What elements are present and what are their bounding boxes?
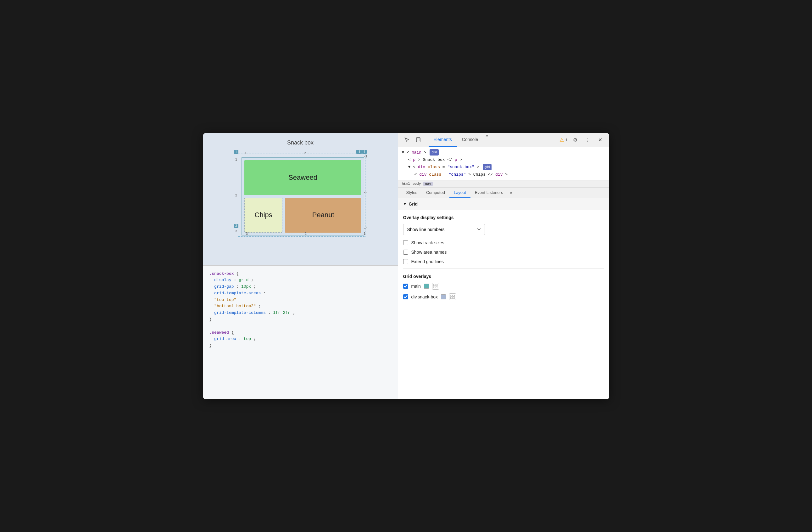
code-line-4: grid-template-areas : — [209, 290, 392, 297]
grid-section-title: Grid — [408, 201, 418, 207]
code-line-6: "bottom1 bottom2" ; — [209, 303, 392, 310]
checkbox-track-sizes-input[interactable] — [403, 240, 408, 245]
toolbar-divider — [426, 136, 426, 143]
more-options-btn[interactable]: ⋮ — [583, 135, 593, 145]
dom-line-snackbox[interactable]: ▼ < div class = "snack-box" > grid — [402, 163, 605, 171]
dom-line-chips[interactable]: < div class = "chips" > Chips </ div > — [402, 171, 605, 178]
code-line-2: display : grid ; — [209, 277, 392, 284]
dom-line-p[interactable]: < p > Snack box </ p > — [402, 156, 605, 163]
section-header-grid[interactable]: ▼ Grid — [398, 198, 609, 210]
svg-rect-3 — [436, 284, 437, 286]
overlay-color-snackbox[interactable] — [441, 294, 446, 299]
checkbox-show-area-names: Show area names — [403, 250, 604, 255]
checkbox-track-sizes-label: Show track sizes — [411, 240, 444, 245]
warning-badge: ⚠ 1 — [560, 137, 567, 143]
device-icon-btn[interactable] — [413, 135, 423, 145]
left-panel: Snack box 1 -1 1 3 1 2 3 — [203, 133, 398, 399]
grid-numbers-left: 1 2 3 — [235, 157, 237, 233]
checkbox-extend-grid-lines: Extend grid lines — [403, 259, 604, 264]
bc-html[interactable]: html — [402, 182, 410, 186]
code-line-7: grid-template-columns : 1fr 2fr ; — [209, 310, 392, 317]
code-line-8: } — [209, 317, 392, 323]
svg-rect-8 — [451, 297, 452, 299]
preview-area: Snack box 1 -1 1 3 1 2 3 — [203, 133, 398, 265]
cell-peanut: Peanut — [285, 198, 361, 233]
code-line-3: grid-gap : 10px ; — [209, 284, 392, 290]
dom-line-main[interactable]: ▼ < main > grid — [402, 149, 605, 156]
svg-rect-2 — [434, 284, 435, 286]
right-panel: Elements Console » ⚠ 1 ⚙ ⋮ ✕ ▼ — [398, 133, 609, 399]
tab-styles[interactable]: Styles — [402, 187, 422, 198]
layout-panel: ▼ Grid Overlay display settings Show lin… — [398, 198, 609, 399]
code-line-5: "top top" — [209, 297, 392, 304]
section-divider — [403, 268, 604, 269]
line-numbers-dropdown[interactable]: Show line numbers Show track sizes Show … — [403, 224, 485, 235]
panel-tab-more[interactable]: » — [508, 187, 515, 198]
code-line-10: grid-area : top ; — [209, 336, 392, 342]
overlay-color-main[interactable] — [424, 284, 429, 289]
dom-panel: ▼ < main > grid < p > Snack box </ p > ▼… — [398, 147, 609, 181]
bc-nav[interactable]: nav — [423, 182, 433, 186]
overlay-checkbox-snackbox[interactable] — [403, 294, 408, 299]
overlay-row-snackbox: div.snack-box — [403, 293, 604, 300]
grid-visual-container: 1 -1 1 3 1 2 3 1 2 3 — [233, 149, 368, 237]
toolbar-tabs: Elements Console » — [429, 133, 559, 147]
checkbox-area-names-label: Show area names — [411, 250, 447, 255]
svg-rect-4 — [434, 286, 435, 288]
tab-elements[interactable]: Elements — [429, 133, 457, 147]
svg-rect-7 — [453, 295, 454, 296]
close-btn[interactable]: ✕ — [595, 135, 605, 145]
corner-badge-bl: 3 — [234, 224, 238, 228]
overlay-settings-title: Overlay display settings — [403, 215, 604, 220]
overlay-checkbox-main[interactable] — [403, 284, 408, 289]
svg-rect-5 — [436, 286, 437, 288]
snack-box-label: Snack box — [209, 139, 392, 146]
section-content: Overlay display settings Show line numbe… — [398, 210, 609, 309]
overlay-row-main: main — [403, 283, 604, 290]
toolbar-right: ⚠ 1 ⚙ ⋮ ✕ — [560, 135, 605, 145]
checkbox-show-track-sizes: Show track sizes — [403, 240, 604, 245]
grid-wrapper: Seaweed Chips Peanut — [242, 157, 364, 236]
svg-rect-1 — [417, 138, 420, 141]
tab-layout[interactable]: Layout — [449, 187, 470, 198]
badge-grid-main: grid — [430, 149, 439, 155]
warning-count: 1 — [565, 138, 567, 142]
grid-overlays-title: Grid overlays — [403, 274, 604, 279]
grid-numbers-right: -1 -2 -3 — [364, 154, 367, 230]
overlay-label-main: main — [411, 284, 421, 289]
cell-chips: Chips — [244, 198, 282, 233]
warning-icon: ⚠ — [560, 137, 564, 143]
grid-numbers-bottom: -3 -2 -1 — [245, 232, 365, 236]
settings-btn[interactable]: ⚙ — [570, 135, 580, 145]
toolbar-more[interactable]: » — [483, 133, 491, 147]
dom-breadcrumb: html body nav — [398, 180, 609, 187]
tab-console[interactable]: Console — [457, 133, 483, 147]
svg-rect-9 — [453, 297, 454, 299]
checkbox-extend-lines-label: Extend grid lines — [411, 259, 444, 264]
bc-body[interactable]: body — [412, 182, 421, 186]
tab-event-listeners[interactable]: Event Listeners — [470, 187, 508, 198]
tab-computed[interactable]: Computed — [422, 187, 449, 198]
corner-badge-tl: 1 — [234, 150, 238, 154]
code-area: .snack-box { display : grid ; grid-gap :… — [203, 265, 398, 399]
code-line-9: .seaweed { — [209, 330, 392, 336]
cell-seaweed: Seaweed — [244, 160, 361, 195]
corner-badge-tr: -1 — [356, 150, 362, 154]
badge-grid-snackbox: grid — [483, 164, 492, 170]
code-line-1: .snack-box { — [209, 271, 392, 277]
panel-tabs: Styles Computed Layout Event Listeners » — [398, 187, 609, 198]
grid-inner: Seaweed Chips Peanut — [242, 158, 364, 235]
overlay-label-snackbox: div.snack-box — [411, 294, 438, 299]
checkbox-extend-lines-input[interactable] — [403, 259, 408, 264]
devtools-toolbar: Elements Console » ⚠ 1 ⚙ ⋮ ✕ — [398, 133, 609, 147]
checkbox-area-names-input[interactable] — [403, 250, 408, 255]
svg-rect-6 — [451, 295, 452, 296]
corner-badge-tr2: 1 — [362, 150, 367, 154]
dropdown-row: Show line numbers Show track sizes Show … — [403, 224, 604, 235]
overlay-icon-snackbox[interactable] — [449, 293, 456, 300]
overlay-icon-main[interactable] — [432, 283, 439, 290]
code-line-11: } — [209, 342, 392, 349]
inspector-icon-btn[interactable] — [402, 135, 412, 145]
grid-numbers-top: 1 2 3 — [245, 151, 365, 155]
grid-arrow-icon: ▼ — [403, 202, 407, 206]
